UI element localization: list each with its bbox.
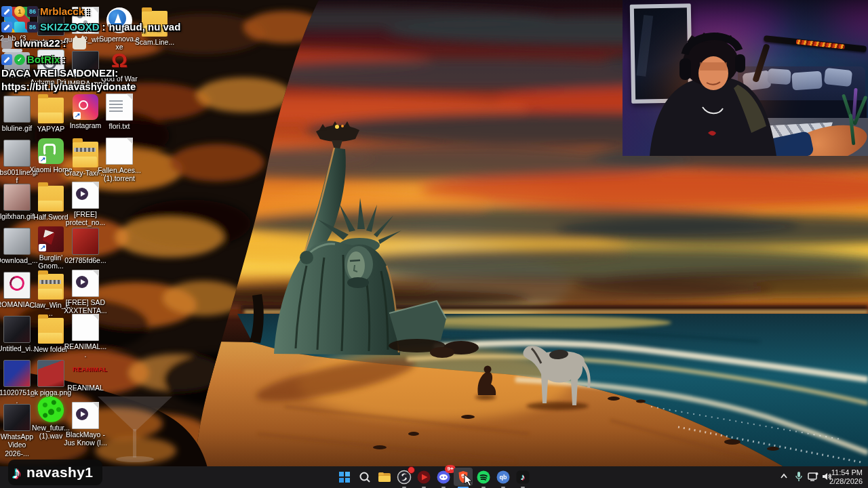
desktop-icon[interactable]: REANIMAL.... xyxy=(64,312,107,359)
qbittorrent-button[interactable]: qb xyxy=(494,468,513,486)
desktop-icon-reanimal[interactable]: REANIMALREANIMAL xyxy=(64,357,107,392)
level-badge-icon: 86 xyxy=(27,6,38,17)
clock[interactable]: 11:54 PM 2/28/2026 xyxy=(829,468,863,486)
webcam-overlay xyxy=(623,0,868,156)
tray-chevron-up[interactable] xyxy=(778,470,789,485)
tray-time: 11:54 PM xyxy=(829,468,863,477)
chat-line: 86 SKIZZOOXD : nu aud, nu vad xyxy=(1,20,180,34)
desktop-icon[interactable]: [FREE] SAD XXXTENTA... xyxy=(64,268,107,315)
level-badge-icon: 86 xyxy=(27,22,38,33)
watermark-username: navashy1 xyxy=(26,464,93,481)
search-button[interactable] xyxy=(355,468,374,486)
discord-button[interactable]: 9+ xyxy=(434,468,453,486)
cube-badge-icon xyxy=(14,22,25,33)
verified-badge-icon: ✓ xyxy=(14,54,25,65)
search-icon xyxy=(358,470,372,484)
tiktok-logo-icon: ♪ xyxy=(12,462,21,483)
desktop-icon[interactable]: BlackMayo - Jus Know (I... xyxy=(64,401,107,447)
desktop-icon[interactable]: flori.txt xyxy=(98,92,141,130)
spotify-icon xyxy=(476,470,491,485)
chat-line: ✓ BotRix : DACA VREI SA DONEZI: https://… xyxy=(1,53,183,94)
start-button[interactable] xyxy=(335,468,354,486)
chat-colon: : xyxy=(102,20,106,34)
chat-username: SKIZZOOXD xyxy=(40,20,100,34)
chat-colon: : xyxy=(62,53,66,66)
tiktok-note-glyph: ♪ xyxy=(521,472,526,482)
chevron-up-icon xyxy=(778,470,789,483)
gamer-badge-icon xyxy=(1,6,12,17)
chat-line: 1 86 Mrblacck : xyxy=(1,5,94,18)
media-player-icon xyxy=(416,470,431,485)
obs-studio-button[interactable] xyxy=(395,468,414,486)
chat-line: elwnna22 : xyxy=(1,37,86,50)
emote-badge-icon xyxy=(1,38,12,49)
desktop-icon[interactable]: [FREE] protect_no... xyxy=(64,180,107,227)
stream-watermark: ♪ navashy1 xyxy=(8,460,102,485)
chat-username: elwnna22 xyxy=(14,37,60,50)
coin-badge-icon: 1 xyxy=(14,6,25,17)
tray-microphone[interactable] xyxy=(793,470,804,485)
qbittorrent-label: qb xyxy=(500,474,507,481)
windows-start-icon xyxy=(338,470,351,484)
gamer-badge-icon xyxy=(1,54,12,65)
network-display-icon xyxy=(807,470,819,483)
desktop-root: f2_bb_(3_... outro.mp4 quake2_wh... Supe… xyxy=(0,0,868,488)
mouse-cursor xyxy=(464,474,476,487)
taskbar: 9+ qb xyxy=(0,466,868,488)
tray-date: 2/28/2026 xyxy=(829,477,863,486)
desktop-icon[interactable]: Fallen.Aces... (1).torrent xyxy=(98,136,141,183)
cat-emote-icon xyxy=(73,38,86,49)
media-player-button[interactable] xyxy=(414,468,433,486)
martini-glass-overlay xyxy=(95,396,176,468)
spotify-button[interactable] xyxy=(474,468,493,486)
desktop-icon[interactable]: 02f785fd6e... xyxy=(64,224,107,264)
file-explorer-button[interactable] xyxy=(375,468,394,486)
chat-username: Mrblacck xyxy=(40,5,84,18)
chat-message: DACA VREI SA DONEZI: https://bit.ly/nava… xyxy=(1,66,171,94)
gamer-badge-icon xyxy=(1,22,12,33)
chat-message: nu aud, nu vad xyxy=(109,20,181,34)
streamer xyxy=(623,0,868,156)
tray-network[interactable] xyxy=(807,470,819,485)
file-explorer-icon xyxy=(377,470,392,484)
chat-colon: : xyxy=(87,5,90,18)
tiktok-button[interactable]: ♪ xyxy=(513,468,532,486)
chat-colon: : xyxy=(63,37,66,50)
microphone-icon xyxy=(793,470,804,483)
chat-username: BotRix xyxy=(27,53,60,66)
